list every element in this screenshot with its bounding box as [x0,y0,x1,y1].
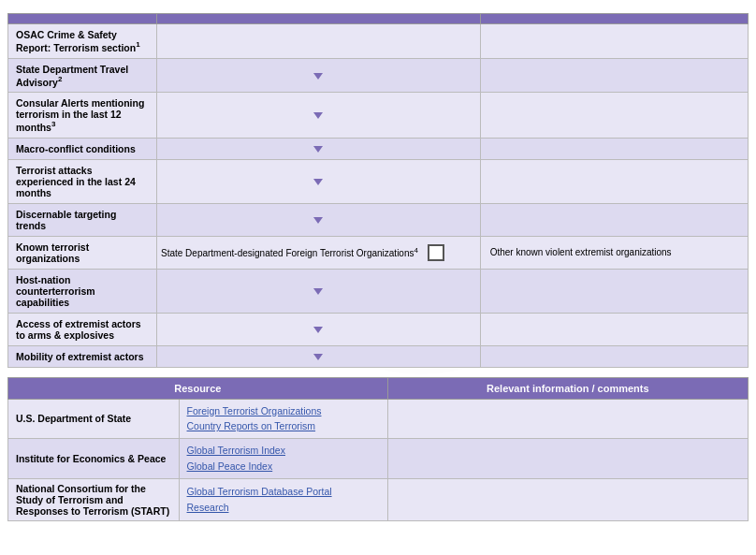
clarification-cell [480,269,748,313]
resource-col-comments: Relevant information / comments [387,377,748,399]
assessment-cell[interactable] [156,93,480,139]
dropdown-arrow-icon[interactable] [313,73,323,80]
risk-indicator-cell: State Department Travel Advisory2 [8,58,157,93]
col-header-clarification [480,14,748,24]
risk-indicator-cell: Known terrorist organizations [8,236,157,269]
risk-indicator-cell: Consular Alerts mentioning terrorism in … [8,93,157,139]
resource-comments-cell [387,439,748,479]
risk-indicator-cell: Mobility of extremist actors [8,345,157,367]
resource-links-cell: Global Terrorism Database PortalResearch [179,478,387,520]
clarification-cell [480,203,748,236]
resource-links-cell: Foreign Terrorist OrganizationsCountry R… [179,399,387,439]
risk-indicator-cell: OSAC Crime & Safety Report: Terrorism se… [8,24,157,59]
col-header-assessment [156,14,480,24]
assessment-cell[interactable] [156,203,480,236]
col-header-risk [8,14,157,24]
assessment-cell[interactable] [156,269,480,313]
risk-indicator-cell: Access of extremist actors to arms & exp… [8,313,157,345]
dropdown-arrow-icon[interactable] [313,354,323,360]
risk-indicator-cell: Macro-conflict conditions [8,138,157,159]
resource-org-name: U.S. Department of State [8,399,180,439]
assessment-cell[interactable]: State Department-designated Foreign Terr… [156,236,480,269]
resource-col-org: Resource [8,377,388,399]
clarification-cell [480,138,748,159]
clarification-cell [480,345,748,367]
resource-link[interactable]: Global Terrorism Database Portal [187,484,380,500]
dropdown-arrow-icon[interactable] [313,179,323,185]
assessment-cell[interactable] [156,159,480,203]
clarification-cell [480,24,748,59]
resource-link[interactable]: Country Reports on Terrorism [187,418,380,434]
extremist-orgs-label: Other known violent extremist organizati… [488,245,740,259]
clarification-cell [480,159,748,203]
main-table: OSAC Crime & Safety Report: Terrorism se… [7,13,749,368]
resource-comments-cell [387,399,748,439]
risk-indicator-cell: Terrorist attacks experienced in the las… [8,159,157,203]
clarification-cell: Other known violent extremist organizati… [480,236,748,269]
clarification-cell [480,313,748,345]
assessment-cell[interactable] [156,313,480,345]
clarification-cell [480,93,748,139]
dropdown-arrow-icon[interactable] [313,217,323,224]
resource-link[interactable]: Foreign Terrorist Organizations [187,403,380,419]
resource-link[interactable]: Research [187,500,380,516]
assessment-cell[interactable] [156,58,480,93]
assessment-cell[interactable] [156,138,480,159]
resource-link[interactable]: Global Terrorism Index [187,443,380,459]
assessment-cell[interactable] [156,345,480,367]
risk-indicator-cell: Host-nation counterterrorism capabilitie… [8,269,157,313]
resource-link[interactable]: Global Peace Index [187,459,380,475]
checkbox-icon[interactable] [428,244,444,261]
resource-org-name: Institute for Economics & Peace [8,439,180,479]
risk-indicator-cell: Discernable targeting trends [8,203,157,236]
dropdown-arrow-icon[interactable] [313,112,323,119]
fto-label: State Department-designated Foreign Terr… [161,246,418,258]
dropdown-arrow-icon[interactable] [313,146,323,153]
assessment-cell[interactable] [156,24,480,59]
dropdown-arrow-icon[interactable] [313,288,323,295]
resource-comments-cell [387,478,748,520]
dropdown-arrow-icon[interactable] [313,327,323,333]
resource-links-cell: Global Terrorism IndexGlobal Peace Index [179,439,387,479]
resource-table: Resource Relevant information / comments… [7,377,749,521]
resource-org-name: National Consortium for the Study of Ter… [8,478,180,520]
clarification-cell [480,58,748,93]
